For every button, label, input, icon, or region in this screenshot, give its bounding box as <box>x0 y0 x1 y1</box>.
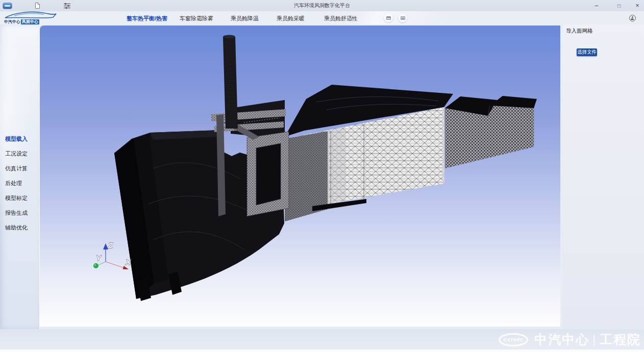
mesh-right-box-front <box>445 106 534 168</box>
layout-bottom-panel-button[interactable] <box>398 13 407 22</box>
sidebar-item-model-calibration[interactable]: 模型标定 <box>5 194 28 205</box>
panel-title: 导入面网格 <box>566 28 593 35</box>
import-mesh-panel: 导入面网格 选择文件 <box>562 24 644 329</box>
tab-cabin-comfort[interactable]: 乘员舱舒适性 <box>324 15 358 22</box>
sidebar-item-condition-setting[interactable]: 工况设定 <box>5 150 28 160</box>
nav-bar: 中汽中心风洞中心 CATARC WIND TUNNEL 整车热平衡/热害 车窗除… <box>0 11 644 24</box>
axis-x-arrow <box>123 266 129 269</box>
viewport-3d[interactable]: Z X Y <box>40 26 560 326</box>
sidebar-item-simulation[interactable]: 仿真计算 <box>5 165 28 175</box>
axis-triad: Z X Y <box>93 241 131 269</box>
axis-z-label: Z <box>108 241 113 249</box>
catarc-oval-logo: CATARC <box>499 333 528 346</box>
titlebar: 汽车环境风洞数字化平台 – □ × <box>0 0 644 11</box>
axis-y-ball <box>93 263 98 268</box>
mesh-frame-backdrop <box>254 141 283 207</box>
select-file-button[interactable]: 选择文件 <box>577 48 597 56</box>
layout-bottom-icon <box>401 16 405 20</box>
layout-top-icon <box>386 16 391 20</box>
tab-thermal-balance[interactable]: 整车热平衡/热害 <box>127 15 167 22</box>
3d-mesh-model[interactable]: Z X Y <box>40 26 560 326</box>
footer-watermark: CATARC 中汽中心 | 工程院 <box>499 331 641 348</box>
window-title: 汽车环境风洞数字化平台 <box>0 2 644 9</box>
footer-bar: CATARC 中汽中心 | 工程院 <box>0 329 644 349</box>
sidebar-item-report-generation[interactable]: 报告生成 <box>5 209 28 219</box>
footer-brand-left: 中汽中心 <box>534 331 589 348</box>
tab-cabin-heating[interactable]: 乘员舱采暖 <box>277 15 305 22</box>
tab-cabin-cooling[interactable]: 乘员舱降温 <box>231 15 259 22</box>
close-button[interactable]: × <box>631 0 644 11</box>
footer-brand-text: 中汽中心 | 工程院 <box>534 331 641 348</box>
mesh-strip-transition <box>328 128 346 209</box>
axis-x-label: X <box>125 258 131 266</box>
sidebar-item-model-load[interactable]: 模型载入 <box>5 135 28 145</box>
axis-y-label: Y <box>96 254 102 262</box>
sidebar: 模型载入 工况设定 仿真计算 后处理 模型标定 报告生成 辅助优化 <box>0 24 40 329</box>
maximize-button[interactable]: □ <box>612 0 626 11</box>
account-icon[interactable] <box>629 15 636 21</box>
tab-defrost-defog[interactable]: 车窗除霜除雾 <box>180 15 213 22</box>
bottom-edge-strip <box>0 349 644 352</box>
minimize-button[interactable]: – <box>590 0 603 11</box>
sidebar-item-assisted-optimization[interactable]: 辅助优化 <box>5 224 28 234</box>
footer-brand-right: 工程院 <box>600 331 641 348</box>
mesh-pipe-hatch <box>223 37 238 129</box>
sidebar-item-postprocess[interactable]: 后处理 <box>5 180 22 190</box>
layout-top-panel-button[interactable] <box>384 13 393 22</box>
footer-brand-divider: | <box>592 333 597 346</box>
axis-z-arrow <box>103 243 108 249</box>
car-swoosh-icon <box>3 11 58 20</box>
